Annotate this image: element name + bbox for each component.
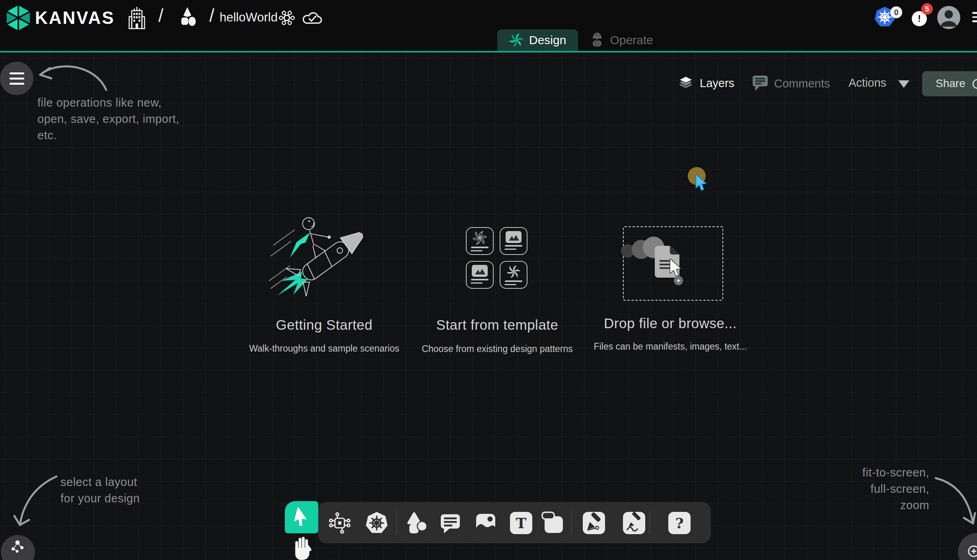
share-visibility-icon — [971, 78, 977, 90]
tile-text-bar — [504, 249, 516, 250]
collaborator-cursor-icon — [695, 174, 708, 191]
swirl-icon — [473, 231, 487, 245]
zoom-annotation-line: zoom — [835, 497, 929, 513]
edge-menu-icon[interactable] — [972, 12, 977, 22]
kubernetes-helm-icon — [366, 511, 388, 535]
alert-count-badge: 5 — [921, 3, 933, 15]
toolbar-divider — [571, 511, 572, 534]
user-avatar[interactable] — [937, 6, 960, 29]
cursor-arrow-icon — [669, 259, 683, 277]
workspace-shapes-icon[interactable] — [177, 6, 197, 29]
tile-text-bar — [471, 247, 488, 248]
layers-button[interactable]: Layers — [678, 75, 734, 91]
image-icon — [506, 231, 522, 243]
template-tile-image[interactable] — [466, 261, 494, 289]
layout-annotation-line: for your design — [60, 490, 188, 507]
add-file-plus-badge: + — [674, 276, 683, 285]
toolbar-divider — [649, 511, 650, 534]
tool-pen[interactable] — [582, 511, 605, 535]
cloud-sync-icon[interactable] — [302, 9, 322, 25]
app-header: KANVAS / / helloWorld — [0, 0, 977, 52]
tool-sketch[interactable] — [623, 511, 646, 535]
notifications-button[interactable]: ! 5 — [911, 3, 935, 27]
tile-text-bar — [471, 279, 488, 280]
card-subtitle: Files can be manifests, images, text... — [589, 341, 752, 352]
template-tile-design[interactable] — [500, 261, 527, 289]
tool-help[interactable]: ? — [668, 511, 691, 535]
shapes-icon — [405, 512, 428, 534]
kubernetes-context-button[interactable]: 0 — [874, 6, 898, 30]
text-tool-glyph: T — [510, 512, 532, 534]
image-icon — [472, 265, 488, 277]
breadcrumb-project-name[interactable]: helloWorld — [220, 10, 278, 25]
tab-operate[interactable]: Operate — [578, 29, 665, 51]
tool-pointer[interactable] — [285, 501, 318, 533]
file-ops-line: etc. — [37, 127, 181, 144]
getting-started-card[interactable]: Getting Started Walk-throughs and sample… — [247, 205, 402, 364]
annotation-arrow — [11, 474, 63, 532]
pencil-scribble-icon — [623, 512, 645, 534]
tile-text-bar — [505, 280, 522, 282]
card-title: Getting Started — [247, 317, 402, 333]
zoom-annotation-line: full-screen, — [835, 481, 929, 497]
hamburger-icon — [10, 83, 24, 85]
rocket-rider-illustration — [273, 205, 378, 312]
share-label: Share — [936, 77, 965, 90]
kanvas-logo-icon[interactable] — [6, 5, 31, 31]
actions-button[interactable]: Actions — [849, 76, 886, 89]
save-icon — [541, 511, 564, 535]
breadcrumb-separator: / — [209, 5, 214, 26]
tool-component[interactable] — [328, 511, 351, 535]
drop-file-card: + Drop file or browse... Files can be ma… — [589, 205, 752, 364]
component-chip-icon — [329, 512, 351, 534]
pointer-cursor-icon — [294, 508, 309, 527]
zoom-annotation: fit-to-screen, full-screen, zoom — [835, 465, 929, 513]
image-media-icon — [475, 512, 497, 534]
layout-annotation-line: select a layout — [60, 474, 188, 490]
k8s-context-count-badge: 0 — [890, 6, 902, 18]
tool-image[interactable] — [474, 511, 497, 535]
operate-operator-icon — [590, 33, 604, 48]
tile-text-bar — [504, 284, 516, 286]
tile-text-bar — [471, 282, 483, 284]
comments-icon — [753, 76, 768, 91]
tab-design[interactable]: Design — [497, 29, 578, 51]
pen-icon — [583, 512, 605, 534]
tile-text-bar — [505, 245, 522, 247]
tile-text-bar — [471, 250, 483, 252]
tool-shapes[interactable] — [405, 511, 428, 535]
comments-button[interactable]: Comments — [753, 76, 830, 91]
tool-save[interactable] — [541, 511, 564, 535]
tool-kubernetes[interactable] — [365, 511, 388, 535]
template-tile-image[interactable] — [500, 227, 527, 255]
tool-hand[interactable] — [292, 535, 313, 560]
actions-caret-icon[interactable] — [898, 80, 909, 88]
card-title: Drop file or browse... — [589, 315, 752, 331]
help-question-glyph: ? — [668, 512, 691, 534]
comment-bubble-icon — [439, 512, 461, 534]
brand-wordmark[interactable]: KANVAS — [35, 8, 115, 28]
comments-label: Comments — [774, 77, 830, 90]
zoom-plus-icon — [967, 544, 977, 560]
card-subtitle: Walk-throughs and sample scenarios — [247, 343, 402, 354]
card-subtitle: Choose from existing design patterns — [414, 344, 581, 354]
person-icon — [937, 6, 960, 29]
annotation-arrow — [930, 476, 977, 529]
toolbar-divider — [396, 511, 397, 534]
swirl-icon — [507, 265, 520, 278]
tool-text[interactable]: T — [510, 511, 533, 535]
organization-icon[interactable] — [128, 6, 146, 29]
file-ops-annotation: file operations like new, open, save, ex… — [37, 95, 181, 144]
breadcrumb-separator: / — [158, 5, 163, 26]
template-tile-design[interactable] — [466, 227, 494, 255]
share-button[interactable]: Share — [922, 71, 977, 96]
zoom-annotation-line: fit-to-screen, — [835, 465, 929, 481]
hamburger-icon — [10, 72, 24, 74]
start-from-template-card[interactable]: Start from template Choose from existing… — [414, 205, 581, 364]
actions-label: Actions — [849, 76, 886, 89]
layers-icon — [678, 75, 693, 91]
tab-design-label: Design — [529, 33, 566, 47]
mesh-cluster-icon[interactable] — [278, 8, 295, 28]
menu-button[interactable] — [0, 62, 33, 95]
tool-comment[interactable] — [439, 511, 462, 535]
